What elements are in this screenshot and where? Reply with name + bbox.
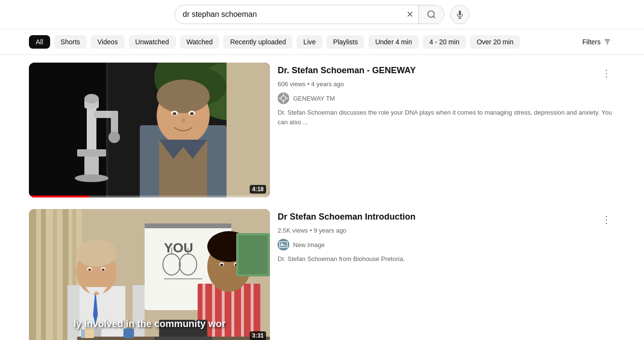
subtitle-overlay-2: ly involved in the community wor <box>29 318 270 329</box>
chip-under4[interactable]: Under 4 min <box>368 35 418 49</box>
svg-point-60 <box>102 269 105 271</box>
duration-badge-2: 3:31 <box>250 331 266 340</box>
svg-point-0 <box>428 11 434 17</box>
video-result-1: 4:18 Dr. Stefan Schoeman - GENEWAY 606 v… <box>29 63 615 197</box>
main-content: 4:18 Dr. Stefan Schoeman - GENEWAY 606 v… <box>0 55 644 340</box>
video-title-1[interactable]: Dr. Stefan Schoeman - GENEWAY <box>278 65 615 77</box>
filters-label: Filters <box>582 38 601 46</box>
svg-rect-79 <box>154 337 212 340</box>
views-1: 606 views <box>278 80 306 88</box>
age-1: 4 years ago <box>311 80 344 88</box>
chip-unwatched[interactable]: Unwatched <box>129 35 176 49</box>
channel-info-2: New Image <box>278 239 615 250</box>
chip-playlists[interactable]: Playlists <box>326 35 364 49</box>
progress-fill-1 <box>29 196 89 197</box>
mic-button[interactable] <box>450 5 470 24</box>
svg-point-24 <box>157 79 210 113</box>
svg-point-17 <box>84 94 99 104</box>
search-submit-button[interactable] <box>418 5 444 24</box>
svg-rect-62 <box>133 285 145 340</box>
svg-rect-19 <box>111 111 118 135</box>
channel-name-1[interactable]: GENEWAY TM <box>293 95 335 102</box>
thumbnail-1[interactable]: 4:18 <box>29 63 270 197</box>
search-clear-button[interactable]: ✕ <box>402 9 418 20</box>
svg-rect-18 <box>94 111 113 118</box>
svg-rect-67 <box>222 284 225 340</box>
search-input[interactable] <box>175 10 402 19</box>
geneway-avatar-icon <box>278 92 289 104</box>
filter-chips-bar: All Shorts Videos Unwatched Watched Rece… <box>0 29 644 55</box>
svg-rect-66 <box>212 284 215 340</box>
channel-avatar-1 <box>278 92 289 104</box>
chip-all[interactable]: All <box>29 35 50 49</box>
more-options-button-1[interactable]: ⋮ <box>598 65 615 82</box>
svg-point-75 <box>220 264 223 266</box>
more-options-button-2[interactable]: ⋮ <box>598 211 615 228</box>
svg-rect-47 <box>145 223 231 228</box>
svg-point-56 <box>76 240 117 267</box>
video-title-2[interactable]: Dr Stefan Schoeman Introduction <box>278 211 615 223</box>
progress-bar-1 <box>29 196 270 197</box>
svg-point-28 <box>190 112 194 115</box>
video-description-1: Dr. Stefan Schoeman discusses the role y… <box>278 108 615 127</box>
mic-icon <box>456 10 464 19</box>
age-2: 9 years ago <box>314 227 347 234</box>
svg-text:YOU: YOU <box>164 240 193 255</box>
svg-point-59 <box>88 269 91 271</box>
svg-point-20 <box>108 131 120 143</box>
video-result-2: YOU <box>29 209 615 340</box>
svg-rect-68 <box>231 284 234 340</box>
svg-rect-31 <box>227 63 270 197</box>
svg-point-27 <box>173 112 176 115</box>
svg-rect-82 <box>84 328 94 338</box>
filters-icon <box>604 38 611 46</box>
video-description-2: Dr. Stefan Schoeman from Biohouse Pretor… <box>278 254 615 264</box>
chip-recently-uploaded[interactable]: Recently uploaded <box>223 35 293 49</box>
chip-watched[interactable]: Watched <box>180 35 220 49</box>
chip-shorts[interactable]: Shorts <box>54 35 87 49</box>
svg-rect-81 <box>239 235 268 274</box>
svg-rect-84 <box>123 328 134 338</box>
video-info-2: Dr Stefan Schoeman Introduction 2.5K vie… <box>278 209 615 340</box>
svg-point-29 <box>181 118 185 123</box>
channel-info-1: GENEWAY TM <box>278 92 615 104</box>
svg-rect-69 <box>241 284 244 340</box>
filters-button[interactable]: Filters <box>578 35 615 49</box>
search-bar: ✕ <box>174 5 444 24</box>
video-info-1: Dr. Stefan Schoeman - GENEWAY 606 views … <box>278 63 615 197</box>
video-meta-2: 2.5K views • 9 years ago <box>278 227 615 234</box>
svg-rect-61 <box>67 285 80 340</box>
chip-4to20[interactable]: 4 - 20 min <box>423 35 466 49</box>
chip-live[interactable]: Live <box>296 35 322 49</box>
duration-badge-1: 4:18 <box>250 185 266 194</box>
views-2: 2.5K views <box>278 227 308 234</box>
svg-rect-13 <box>77 149 106 157</box>
svg-point-15 <box>75 174 108 182</box>
channel-avatar-2 <box>278 239 289 250</box>
svg-rect-32 <box>106 63 108 197</box>
search-bar-container: ✕ <box>0 0 644 29</box>
search-icon <box>427 10 436 19</box>
svg-rect-83 <box>81 329 85 338</box>
svg-rect-14 <box>84 157 99 176</box>
chip-over20[interactable]: Over 20 min <box>470 35 520 49</box>
video-meta-1: 606 views • 4 years ago <box>278 80 615 88</box>
svg-line-1 <box>433 16 435 18</box>
newimage-avatar-icon <box>278 239 289 250</box>
thumbnail-2[interactable]: YOU <box>29 209 270 340</box>
thumbnail-image-1 <box>29 63 270 197</box>
channel-name-2[interactable]: New Image <box>293 241 325 248</box>
chip-videos[interactable]: Videos <box>91 35 125 49</box>
